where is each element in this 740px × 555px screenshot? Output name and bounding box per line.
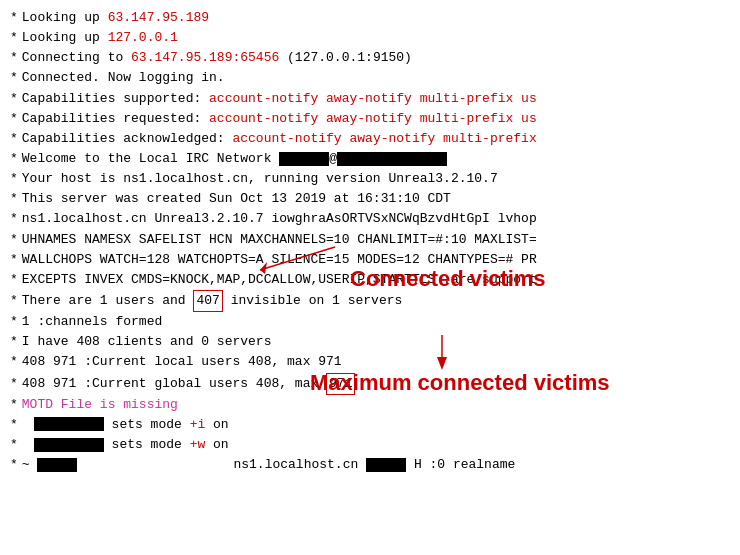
star-bullet: * — [10, 169, 18, 189]
star-bullet: * — [10, 415, 18, 435]
log-line: * 1 :channels formed — [10, 312, 730, 332]
star-bullet: * — [10, 68, 18, 88]
log-line: * UHNAMES NAMESX SAFELIST HCN MAXCHANNEL… — [10, 230, 730, 250]
svg-line-0 — [260, 247, 335, 270]
line-text: Connecting to 63.147.95.189:65456 (127.0… — [22, 48, 412, 68]
log-line-mode-i: * sets mode +i on — [10, 415, 730, 435]
line-text: Capabilities requested: account-notify a… — [22, 109, 537, 129]
star-bullet: * — [10, 352, 18, 372]
connected-victims-arrow — [225, 242, 355, 292]
connected-victims-label: Connected victims — [350, 266, 546, 292]
line-text: There are 1 users and 407 invisible on 1… — [22, 290, 402, 312]
log-line: * Looking up 63.147.95.189 — [10, 8, 730, 28]
log-line: * Your host is ns1.localhost.cn, running… — [10, 169, 730, 189]
line-text: ns1.localhost.cn Unreal3.2.10.7 iowghraA… — [22, 209, 537, 229]
line-text: Looking up 63.147.95.189 — [22, 8, 209, 28]
star-bullet: * — [10, 374, 18, 394]
max-victims-arrow — [432, 335, 452, 370]
motd-text: MOTD File is missing — [22, 395, 178, 415]
star-bullet: * — [10, 8, 18, 28]
log-line-tilde: * ~ ns1.localhost.cn H :0 realname — [10, 455, 730, 475]
log-line: * Looking up 127.0.0.1 — [10, 28, 730, 48]
line-text: Welcome to the Local IRC Network @ — [22, 149, 447, 169]
terminal-output: * Looking up 63.147.95.189 * Looking up … — [0, 0, 740, 555]
line-text: Capabilities supported: account-notify a… — [22, 89, 537, 109]
star-bullet: * — [10, 48, 18, 68]
line-text: Connected. Now logging in. — [22, 68, 225, 88]
line-text: ~ ns1.localhost.cn H :0 realname — [22, 455, 515, 475]
line-text: Your host is ns1.localhost.cn, running v… — [22, 169, 498, 189]
star-bullet: * — [10, 28, 18, 48]
star-bullet: * — [10, 270, 18, 290]
star-bullet: * — [10, 250, 18, 270]
star-bullet: * — [10, 109, 18, 129]
star-bullet: * — [10, 312, 18, 332]
svg-marker-1 — [260, 262, 267, 274]
svg-marker-3 — [437, 357, 447, 370]
line-text: Capabilities acknowledged: account-notif… — [22, 129, 537, 149]
star-bullet: * — [10, 455, 18, 475]
line-text: This server was created Sun Oct 13 2019 … — [22, 189, 451, 209]
star-bullet: * — [10, 89, 18, 109]
star-bullet: * — [10, 291, 18, 311]
star-bullet: * — [10, 209, 18, 229]
log-line: * Capabilities requested: account-notify… — [10, 109, 730, 129]
line-text: 1 :channels formed — [22, 312, 162, 332]
log-line: * Capabilities acknowledged: account-not… — [10, 129, 730, 149]
star-bullet: * — [10, 189, 18, 209]
line-text: 408 971 :Current global users 408, max 9… — [22, 373, 356, 395]
line-text: sets mode +w on — [34, 435, 229, 455]
max-victims-label: Maximum connected victims — [310, 370, 610, 396]
log-line-mode-w: * sets mode +w on — [10, 435, 730, 455]
log-line-407: * There are 1 users and 407 invisible on… — [10, 290, 730, 312]
line-text: Looking up 127.0.0.1 — [22, 28, 178, 48]
star-bullet: * — [10, 395, 18, 415]
log-line: * Capabilities supported: account-notify… — [10, 89, 730, 109]
star-bullet: * — [10, 149, 18, 169]
log-line: * ns1.localhost.cn Unreal3.2.10.7 iowghr… — [10, 209, 730, 229]
line-text: 408 971 :Current local users 408, max 97… — [22, 352, 342, 372]
log-line: * Welcome to the Local IRC Network @ — [10, 149, 730, 169]
star-bullet: * — [10, 435, 18, 455]
line-text: I have 408 clients and 0 servers — [22, 332, 272, 352]
star-bullet: * — [10, 129, 18, 149]
log-line: * This server was created Sun Oct 13 201… — [10, 189, 730, 209]
log-line: * Connected. Now logging in. — [10, 68, 730, 88]
log-line: * I have 408 clients and 0 servers — [10, 332, 730, 352]
log-line-motd: * MOTD File is missing — [10, 395, 730, 415]
victim-count-box: 407 — [193, 290, 222, 312]
star-bullet: * — [10, 230, 18, 250]
star-bullet: * — [10, 332, 18, 352]
line-text: sets mode +i on — [34, 415, 229, 435]
log-line: * Connecting to 63.147.95.189:65456 (127… — [10, 48, 730, 68]
